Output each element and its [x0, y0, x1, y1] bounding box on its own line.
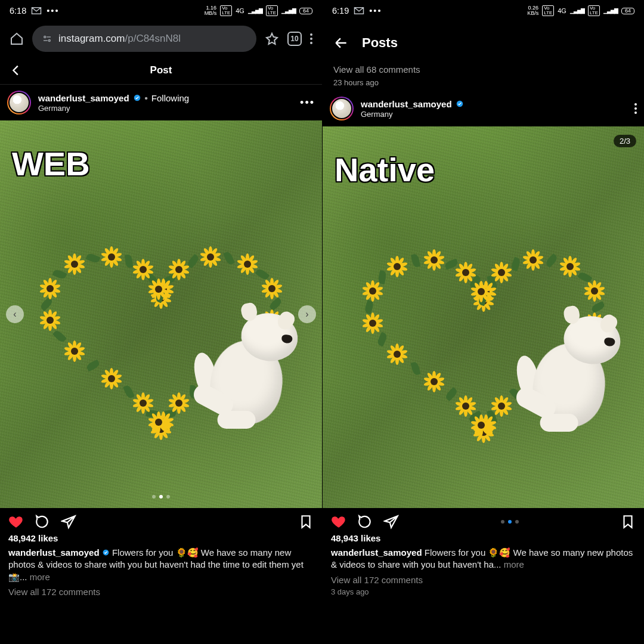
- overlay-label: WEB: [12, 144, 90, 183]
- status-bar: 6:19 ••• 0.26KB/s VoLTE 4G ▁▃▅▇ VoLTE ▁▃…: [323, 0, 644, 21]
- caption[interactable]: wanderlust_samoyed Flowers for you 🌻🥰 We…: [0, 544, 322, 583]
- verified-badge-icon: [456, 100, 464, 108]
- battery-icon: 64: [621, 8, 634, 14]
- like-icon[interactable]: [8, 514, 24, 530]
- carousel-dots: [152, 495, 170, 499]
- username[interactable]: wanderlust_samoyed: [38, 93, 129, 103]
- site-settings-icon: [42, 33, 52, 44]
- gmail-icon: [354, 7, 364, 15]
- page-title: Post: [0, 64, 322, 76]
- view-comments[interactable]: View all 172 comments: [0, 583, 322, 597]
- action-bar: [323, 508, 644, 532]
- net-badge: 4G: [236, 8, 244, 14]
- comment-icon[interactable]: [357, 514, 373, 530]
- signal-icon: ▁▃▅▇: [570, 8, 584, 14]
- net-badge: 4G: [558, 8, 566, 14]
- like-icon[interactable]: [331, 514, 346, 530]
- avatar[interactable]: [7, 91, 31, 114]
- action-bar: [0, 508, 322, 532]
- overlay-label: Native: [335, 150, 435, 189]
- battery-icon: 64: [299, 8, 312, 14]
- carousel-prev-icon[interactable]: ‹: [6, 305, 24, 323]
- svg-point-2: [48, 40, 50, 42]
- bookmark-star-icon[interactable]: [265, 32, 279, 46]
- comment-icon[interactable]: [35, 514, 50, 530]
- prev-time-ago: 23 hours ago: [333, 78, 633, 87]
- verified-badge-icon: [133, 94, 141, 102]
- following-label[interactable]: Following: [151, 93, 189, 103]
- previous-post-tail: View all 68 comments 23 hours ago: [323, 64, 644, 93]
- status-time: 6:18: [10, 6, 26, 16]
- post-media[interactable]: Native 2/3: [323, 126, 644, 508]
- back-arrow-icon[interactable]: [333, 35, 349, 51]
- signal-icon: ▁▃▅▇: [603, 8, 618, 14]
- browser-bar: instagram.com/p/C84snN8l 10: [0, 21, 322, 56]
- browser-menu-icon[interactable]: [310, 32, 312, 46]
- tabs-button[interactable]: 10: [287, 32, 302, 46]
- home-icon[interactable]: [10, 32, 24, 46]
- native-pane: 6:19 ••• 0.26KB/s VoLTE 4G ▁▃▅▇ VoLTE ▁▃…: [322, 0, 644, 644]
- post-more-icon[interactable]: •••: [300, 97, 315, 109]
- status-time: 6:19: [332, 6, 349, 16]
- save-icon[interactable]: [620, 514, 636, 530]
- status-more-icon: •••: [369, 6, 382, 16]
- native-top-bar: Posts: [323, 21, 644, 64]
- carousel-count-badge: 2/3: [614, 135, 636, 147]
- save-icon[interactable]: [298, 514, 314, 530]
- svg-point-0: [44, 36, 46, 38]
- post-header: wanderlust_samoyed • Following Germany •…: [0, 85, 322, 120]
- username[interactable]: wanderlust_samoyed: [361, 99, 452, 109]
- time-ago: 3 days ago: [323, 585, 644, 599]
- likes-count[interactable]: 48,943 likes: [323, 532, 644, 544]
- ig-top-bar: Post: [0, 56, 322, 85]
- prev-view-comments[interactable]: View all 68 comments: [333, 64, 633, 75]
- signal-icon: ▁▃▅▇: [281, 8, 296, 14]
- share-icon[interactable]: [61, 514, 76, 530]
- share-icon[interactable]: [383, 514, 399, 530]
- view-comments[interactable]: View all 172 comments: [323, 571, 644, 585]
- caption[interactable]: wanderlust_samoyed Flowers for you 🌻🥰 We…: [323, 544, 644, 571]
- avatar[interactable]: [330, 97, 354, 120]
- post-header: wanderlust_samoyed Germany: [323, 93, 644, 126]
- post-media[interactable]: WEB ‹ ›: [0, 120, 322, 508]
- url-bar[interactable]: instagram.com/p/C84snN8l: [32, 26, 256, 52]
- verified-badge-icon: [102, 549, 110, 556]
- location[interactable]: Germany: [38, 104, 189, 113]
- page-title: Posts: [362, 35, 398, 51]
- carousel-dots: [501, 520, 519, 524]
- post-more-icon[interactable]: [634, 101, 637, 116]
- signal-icon: ▁▃▅▇: [248, 8, 262, 14]
- carousel-next-icon[interactable]: ›: [298, 305, 316, 323]
- caption-more[interactable]: more: [27, 572, 50, 582]
- gmail-icon: [31, 7, 42, 15]
- likes-count[interactable]: 48,942 likes: [0, 532, 322, 544]
- caption-more[interactable]: more: [501, 559, 524, 569]
- status-more-icon: •••: [47, 6, 59, 16]
- location[interactable]: Germany: [361, 110, 464, 119]
- status-bar: 6:18 ••• 1.16MB/s VoLTE 4G ▁▃▅▇ VoLTE ▁▃…: [0, 0, 322, 21]
- web-pane: 6:18 ••• 1.16MB/s VoLTE 4G ▁▃▅▇ VoLTE ▁▃…: [0, 0, 322, 644]
